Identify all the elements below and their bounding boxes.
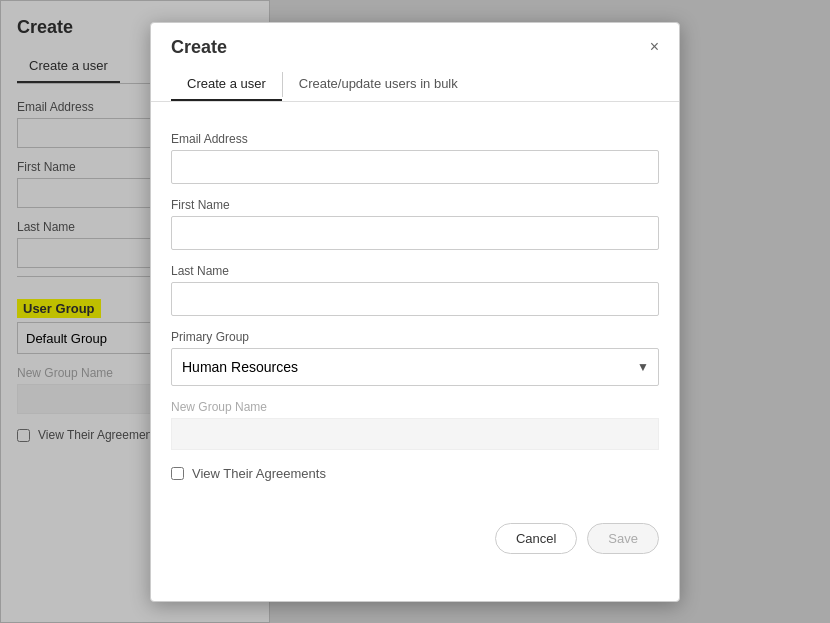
modal-footer: Cancel Save [151,507,679,570]
save-button[interactable]: Save [587,523,659,554]
modal-view-agreements-label: View Their Agreements [192,466,326,481]
modal-header: Create × [151,23,679,68]
page-wrapper: Create Create a user Email Address First… [0,0,830,623]
modal-primary-group-label: Primary Group [171,330,659,344]
modal-new-group-input[interactable] [171,418,659,450]
cancel-button[interactable]: Cancel [495,523,577,554]
modal-body: Email Address First Name Last Name Prima… [151,102,679,497]
modal-tabs: Create a user Create/update users in bul… [151,68,679,102]
modal-select-wrapper: Default Group Human Resources Engineerin… [171,348,659,386]
modal-checkbox-row: View Their Agreements [171,466,659,481]
modal-firstname-label: First Name [171,198,659,212]
modal-email-label: Email Address [171,132,659,146]
modal-email-input[interactable] [171,150,659,184]
modal-lastname-label: Last Name [171,264,659,278]
modal-new-group-label: New Group Name [171,400,659,414]
tab-create-user[interactable]: Create a user [171,68,282,101]
modal-dialog: Create × Create a user Create/update use… [150,22,680,602]
modal-close-button[interactable]: × [650,39,659,55]
modal-title: Create [171,37,227,58]
modal-overlay: Create × Create a user Create/update use… [0,0,830,623]
modal-lastname-input[interactable] [171,282,659,316]
modal-group-select[interactable]: Default Group Human Resources Engineerin… [171,348,659,386]
tab-bulk-create[interactable]: Create/update users in bulk [283,68,474,101]
modal-firstname-input[interactable] [171,216,659,250]
modal-view-agreements-checkbox[interactable] [171,467,184,480]
